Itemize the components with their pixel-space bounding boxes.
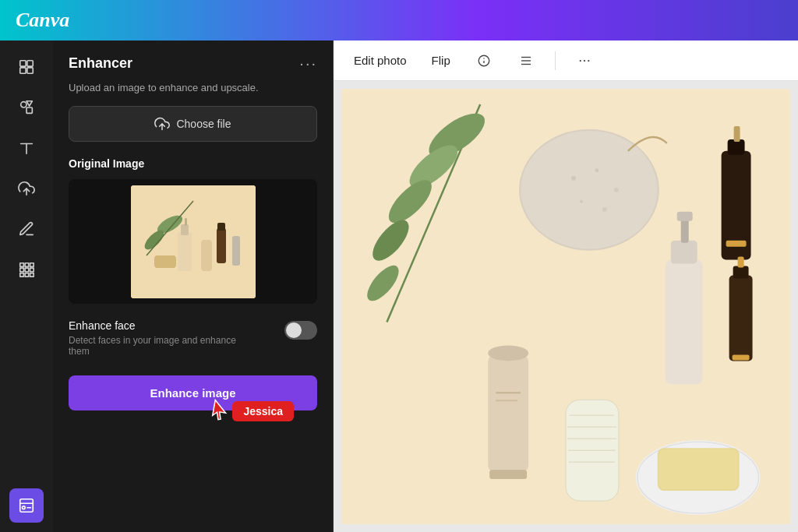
svg-rect-84 xyxy=(738,257,744,268)
svg-rect-15 xyxy=(30,268,34,272)
main-canvas-photo[interactable] xyxy=(341,89,790,524)
enhance-face-toggle[interactable] xyxy=(284,321,317,340)
svg-point-4 xyxy=(21,102,26,107)
icon-sidebar xyxy=(0,41,53,532)
svg-rect-13 xyxy=(20,268,24,272)
svg-rect-27 xyxy=(181,224,189,235)
svg-rect-11 xyxy=(25,263,29,267)
layout-icon[interactable] xyxy=(9,50,44,84)
svg-rect-65 xyxy=(677,212,693,221)
choose-file-label: Choose file xyxy=(176,118,231,130)
svg-rect-63 xyxy=(671,241,697,264)
elements-icon[interactable] xyxy=(9,90,44,125)
original-image-label: Original Image xyxy=(69,157,317,170)
svg-point-57 xyxy=(602,207,607,212)
original-image-preview xyxy=(69,179,317,304)
svg-rect-16 xyxy=(20,273,24,277)
upload-icon[interactable] xyxy=(9,171,44,206)
draw-icon[interactable] xyxy=(9,212,44,246)
svg-rect-28 xyxy=(185,218,187,226)
menu-button[interactable] xyxy=(513,48,539,74)
canva-logo: Canva xyxy=(16,9,69,32)
svg-rect-19 xyxy=(20,499,34,513)
svg-point-54 xyxy=(595,168,598,172)
main-photo-svg xyxy=(341,89,790,524)
flip-button[interactable]: Flip xyxy=(427,51,455,70)
svg-rect-10 xyxy=(20,263,24,267)
svg-rect-60 xyxy=(734,126,740,142)
cosmetics-scene-preview xyxy=(131,185,256,298)
svg-rect-64 xyxy=(681,220,689,243)
svg-rect-5 xyxy=(26,107,32,113)
svg-point-42 xyxy=(584,59,585,61)
canvas-content xyxy=(334,81,798,532)
svg-rect-1 xyxy=(27,61,33,66)
svg-rect-68 xyxy=(489,470,527,479)
enhance-btn-wrapper: Enhance image Jessica xyxy=(69,363,317,410)
canvas-toolbar: Edit photo Flip xyxy=(334,41,798,81)
panel-more-button[interactable]: ··· xyxy=(299,55,317,72)
svg-rect-2 xyxy=(20,68,26,73)
svg-rect-32 xyxy=(217,223,225,231)
toggle-thumb xyxy=(286,322,302,338)
upload-cloud-icon xyxy=(154,116,170,132)
upload-description: Upload an image to enhance and upscale. xyxy=(69,82,317,93)
edit-photo-button[interactable]: Edit photo xyxy=(349,51,411,70)
svg-rect-33 xyxy=(232,236,240,266)
enhance-face-info: Enhance face Detect faces in your image … xyxy=(69,319,248,357)
svg-rect-26 xyxy=(178,232,192,271)
svg-rect-12 xyxy=(30,263,34,267)
svg-point-43 xyxy=(588,59,589,61)
toolbar-divider xyxy=(555,51,556,70)
svg-rect-82 xyxy=(729,276,753,361)
svg-point-53 xyxy=(571,176,576,181)
panel-header: Enhancer ··· xyxy=(53,41,333,82)
preview-svg xyxy=(131,185,256,298)
info-button[interactable] xyxy=(471,48,497,74)
svg-point-56 xyxy=(580,200,583,203)
svg-rect-81 xyxy=(659,449,738,489)
enhance-face-label: Enhance face xyxy=(69,319,248,332)
enhance-image-button[interactable]: Enhance image xyxy=(69,375,317,410)
text-icon[interactable] xyxy=(9,131,44,165)
svg-rect-29 xyxy=(201,240,212,271)
svg-point-20 xyxy=(23,506,26,509)
topbar: Canva xyxy=(0,0,798,41)
svg-rect-61 xyxy=(726,241,747,247)
svg-rect-83 xyxy=(733,266,749,279)
svg-rect-31 xyxy=(217,228,226,263)
main-layout: Enhancer ··· Upload an image to enhance … xyxy=(0,41,798,532)
svg-rect-62 xyxy=(666,260,703,385)
canvas-area: Edit photo Flip xyxy=(334,41,798,532)
panel-title: Enhancer xyxy=(69,55,132,72)
apps-icon[interactable] xyxy=(9,252,44,287)
svg-rect-0 xyxy=(20,61,26,66)
svg-point-55 xyxy=(614,188,619,192)
svg-point-67 xyxy=(488,345,528,361)
preview-inner xyxy=(131,185,256,298)
enhancer-panel: Enhancer ··· Upload an image to enhance … xyxy=(53,41,334,532)
svg-rect-85 xyxy=(733,354,750,360)
svg-rect-18 xyxy=(30,273,34,277)
ai-image-icon[interactable] xyxy=(9,488,44,523)
svg-rect-3 xyxy=(27,68,33,73)
svg-marker-6 xyxy=(26,101,32,106)
svg-rect-17 xyxy=(25,273,29,277)
panel-body: Upload an image to enhance and upscale. … xyxy=(53,82,333,426)
enhance-face-row: Enhance face Detect faces in your image … xyxy=(69,319,317,357)
svg-point-52 xyxy=(521,131,658,249)
choose-file-button[interactable]: Choose file xyxy=(69,106,317,142)
svg-point-41 xyxy=(579,59,581,61)
enhance-face-description: Detect faces in your image and enhance t… xyxy=(69,335,248,357)
svg-rect-69 xyxy=(496,392,521,393)
svg-rect-70 xyxy=(496,400,517,401)
more-button[interactable] xyxy=(571,48,598,74)
svg-rect-30 xyxy=(154,255,176,268)
svg-rect-14 xyxy=(25,268,29,272)
svg-rect-66 xyxy=(488,353,528,474)
